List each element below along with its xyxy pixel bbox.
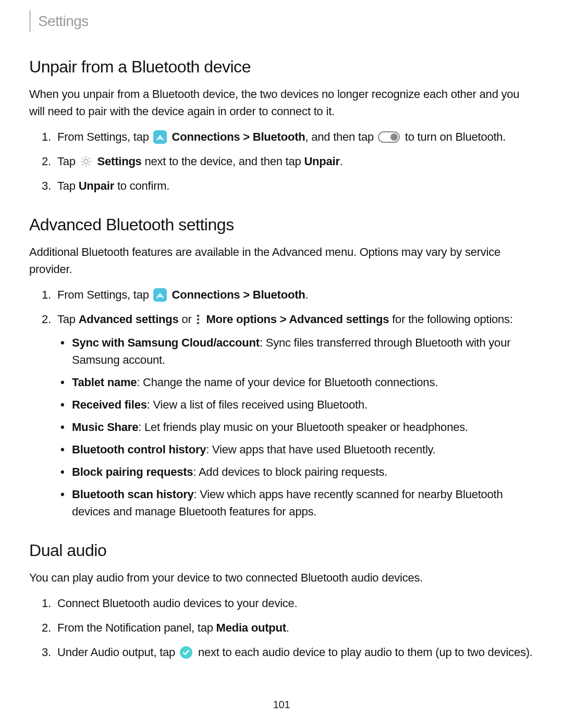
connections-icon — [153, 288, 167, 302]
connections-icon — [153, 130, 167, 144]
toggle-icon — [378, 131, 400, 143]
text: Tap — [57, 155, 79, 168]
bold-text: More options > Advanced settings — [206, 313, 389, 326]
list-item: Tablet name: Change the name of your dev… — [57, 374, 534, 391]
bold-text: Bluetooth scan history — [72, 488, 194, 501]
advanced-step-2: Tap Advanced settings or More options > … — [29, 311, 534, 520]
svg-point-5 — [197, 315, 200, 317]
section-advanced-steps: From Settings, tap Connections > Bluetoo… — [29, 286, 534, 520]
bold-text: Unpair — [304, 155, 339, 168]
text: : View a list of files received using Bl… — [147, 398, 368, 411]
text: . — [305, 288, 308, 301]
text: From the Notification panel, tap — [57, 621, 216, 634]
bold-text: Sync with Samsung Cloud/account — [72, 336, 260, 349]
page-header: Settings — [29, 10, 534, 32]
section-dualaudio-heading: Dual audio — [29, 538, 534, 563]
advanced-options-list: Sync with Samsung Cloud/account: Sync fi… — [57, 334, 534, 520]
dualaudio-step-3: Under Audio output, tap next to each aud… — [29, 644, 534, 661]
bold-text: Unpair — [79, 179, 114, 192]
text: From Settings, tap — [57, 288, 152, 301]
text: From Settings, tap — [57, 130, 152, 143]
bold-text: Bluetooth control history — [72, 443, 206, 456]
text: to turn on Bluetooth. — [402, 130, 506, 143]
bold-text: Media output — [216, 621, 286, 634]
text: or — [179, 313, 195, 326]
dualaudio-step-1: Connect Bluetooth audio devices to your … — [29, 595, 534, 612]
header-title: Settings — [38, 10, 534, 32]
unpair-step-1: From Settings, tap Connections > Bluetoo… — [29, 128, 534, 145]
bold-text: Connections > Bluetooth — [172, 130, 305, 143]
list-item: Bluetooth scan history: View which apps … — [57, 486, 534, 520]
section-unpair-steps: From Settings, tap Connections > Bluetoo… — [29, 128, 534, 194]
section-unpair-intro: When you unpair from a Bluetooth device,… — [29, 85, 534, 120]
bold-text: Advanced settings — [79, 313, 179, 326]
list-item: Music Share: Let friends play music on y… — [57, 418, 534, 436]
svg-point-6 — [197, 318, 200, 321]
section-advanced-heading: Advanced Bluetooth settings — [29, 212, 534, 237]
text: to confirm. — [114, 179, 169, 192]
unpair-step-3: Tap Unpair to confirm. — [29, 177, 534, 194]
text: Under Audio output, tap — [57, 646, 178, 659]
check-circle-icon — [179, 646, 193, 659]
section-dualaudio-steps: Connect Bluetooth audio devices to your … — [29, 595, 534, 661]
section-advanced-intro: Additional Bluetooth features are availa… — [29, 243, 534, 278]
bold-text: Received files — [72, 398, 147, 411]
list-item: Block pairing requests: Add devices to b… — [57, 463, 534, 480]
svg-point-7 — [197, 322, 200, 325]
text: . — [340, 155, 343, 168]
text: : Change the name of your device for Blu… — [137, 376, 438, 389]
text: Tap — [57, 313, 79, 326]
text: . — [286, 621, 289, 634]
list-item: Bluetooth control history: View apps tha… — [57, 441, 534, 458]
text: Tap — [57, 179, 79, 192]
page-number: 101 — [0, 697, 563, 712]
svg-point-4 — [159, 293, 161, 295]
advanced-step-1: From Settings, tap Connections > Bluetoo… — [29, 286, 534, 303]
text: next to the device, and then tap — [142, 155, 304, 168]
dualaudio-step-2: From the Notification panel, tap Media o… — [29, 619, 534, 636]
gear-icon — [80, 155, 92, 168]
svg-point-2 — [84, 159, 88, 164]
text: : Let friends play music on your Bluetoo… — [138, 421, 468, 434]
text: next to each audio device to play audio … — [195, 646, 533, 659]
unpair-step-2: Tap Settings next to the device, and the… — [29, 153, 534, 170]
bold-text: Music Share — [72, 421, 138, 434]
svg-point-1 — [159, 135, 161, 137]
bold-text: Block pairing requests — [72, 465, 193, 478]
bold-text: Settings — [97, 155, 142, 168]
section-unpair-heading: Unpair from a Bluetooth device — [29, 54, 534, 79]
more-options-icon — [195, 314, 201, 325]
bold-text: Tablet name — [72, 376, 137, 389]
bold-text: Connections > Bluetooth — [172, 288, 305, 301]
section-dualaudio-intro: You can play audio from your device to t… — [29, 569, 534, 586]
list-item: Received files: View a list of files rec… — [57, 396, 534, 413]
list-item: Sync with Samsung Cloud/account: Sync fi… — [57, 334, 534, 368]
text: , and then tap — [305, 130, 376, 143]
text: : Add devices to block pairing requests. — [193, 465, 387, 478]
text: : View apps that have used Bluetooth rec… — [206, 443, 435, 456]
text: for the following options: — [389, 313, 512, 326]
